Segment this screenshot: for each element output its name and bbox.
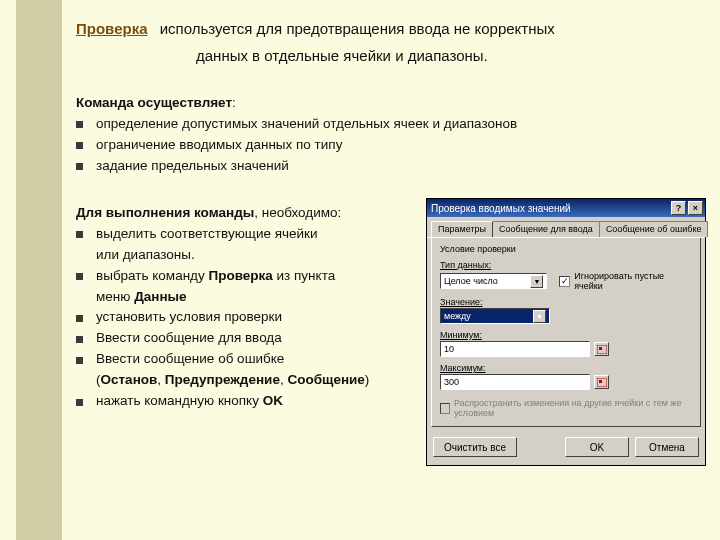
section1-heading: Команда осуществляет: [76, 95, 704, 110]
list-item: Ввести сообщение об ошибке (Останов, Пре… [76, 349, 432, 391]
value-select[interactable]: между ▼ [440, 308, 550, 324]
range-picker-icon[interactable] [594, 342, 609, 356]
validation-dialog: Проверка вводимых значений ? × Параметры… [426, 198, 706, 466]
chevron-down-icon: ▼ [533, 310, 546, 323]
section2-list: выделить соответствующие ячейки или диап… [76, 224, 432, 412]
list-item: задание предельных значений [76, 156, 704, 177]
min-label: Минимум: [440, 330, 692, 340]
tab-row: Параметры Сообщение для ввода Сообщение … [427, 217, 705, 238]
range-picker-icon[interactable] [594, 375, 609, 389]
dialog-titlebar: Проверка вводимых значений ? × [427, 199, 705, 217]
ok-button[interactable]: OK [565, 437, 629, 457]
list-item: ограничение вводимых данных по типу [76, 135, 704, 156]
type-select[interactable]: Целое число ▼ [440, 273, 547, 289]
title-line-1: Проверка используется для предотвращения… [76, 18, 704, 41]
list-item: Ввести сообщение для ввода [76, 328, 432, 349]
type-label: Тип данных: [440, 260, 692, 270]
value-label: Значение: [440, 297, 692, 307]
decorative-sidebar [16, 0, 62, 540]
title-link: Проверка [76, 20, 147, 37]
max-input[interactable]: 300 [440, 374, 590, 390]
tab-panel: Условие проверки Тип данных: Целое число… [431, 238, 701, 427]
min-input[interactable]: 10 [440, 341, 590, 357]
section1-list: определение допустимых значений отдельны… [76, 114, 704, 177]
clear-all-button[interactable]: Очистить все [433, 437, 517, 457]
tab-error-message[interactable]: Сообщение об ошибке [599, 221, 709, 237]
title-line-2: данных в отдельные ячейки и диапазоны. [76, 45, 704, 68]
dialog-buttons: Очистить все OK Отмена [427, 431, 705, 465]
spread-checkbox: Распространить изменения на другие ячейк… [440, 398, 692, 418]
tab-parameters[interactable]: Параметры [431, 221, 493, 237]
list-item: определение допустимых значений отдельны… [76, 114, 704, 135]
list-item: выделить соответствующие ячейки или диап… [76, 224, 432, 266]
svg-rect-3 [599, 380, 602, 383]
max-label: Максимум: [440, 363, 692, 373]
cancel-button[interactable]: Отмена [635, 437, 699, 457]
tab-input-message[interactable]: Сообщение для ввода [492, 221, 600, 237]
list-item: установить условия проверки [76, 307, 432, 328]
group-label: Условие проверки [440, 244, 692, 254]
help-button[interactable]: ? [671, 201, 686, 215]
close-button[interactable]: × [688, 201, 703, 215]
ignore-empty-checkbox[interactable]: ✓ Игнорировать пустые ячейки [559, 271, 692, 291]
dialog-title: Проверка вводимых значений [431, 203, 669, 214]
section2-heading: Для выполнения команды, необходимо: [76, 205, 432, 220]
svg-rect-1 [599, 347, 602, 350]
list-item: нажать командную кнопку OK [76, 391, 432, 412]
chevron-down-icon: ▼ [530, 275, 543, 288]
list-item: выбрать команду Проверка из пункта меню … [76, 266, 432, 308]
title-rest-1: используется для предотвращения ввода не… [160, 20, 555, 37]
